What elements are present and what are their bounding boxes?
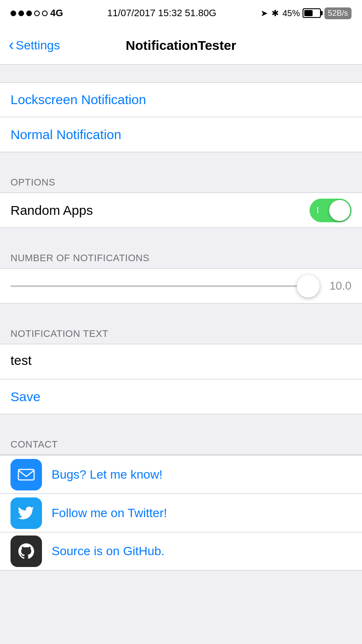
nav-bar: ‹ Settings NotificationTester bbox=[0, 26, 362, 65]
contact-mail-item[interactable]: Bugs? Let me know! bbox=[0, 455, 362, 494]
twitter-icon bbox=[10, 497, 42, 529]
back-label[interactable]: Settings bbox=[16, 38, 60, 52]
github-svg bbox=[17, 542, 36, 561]
slider-row: 10.0 bbox=[0, 269, 362, 304]
toggle-knob bbox=[329, 200, 350, 221]
chevron-left-icon: ‹ bbox=[9, 37, 14, 53]
random-apps-row: Random Apps I bbox=[0, 193, 362, 228]
lockscreen-notification-label: Lockscreen Notification bbox=[10, 92, 146, 107]
svg-rect-0 bbox=[18, 469, 34, 480]
notification-text-header: NOTIFICATION TEXT bbox=[0, 321, 362, 344]
twitter-svg bbox=[17, 504, 36, 523]
notifications-count-header: NUMBER OF NOTIFICATIONS bbox=[0, 245, 362, 269]
signal-dots bbox=[10, 10, 48, 16]
normal-notification-item[interactable]: Normal Notification bbox=[0, 117, 362, 152]
status-right: ➤ ✱ 45% 52B/s bbox=[261, 7, 352, 19]
toggle-track-label: I bbox=[317, 205, 319, 215]
notifications-count-spacer bbox=[0, 228, 362, 245]
dot-2 bbox=[18, 10, 24, 16]
status-bar: 4G 11/07/2017 15:32 51.80G ➤ ✱ 45% 52B/s bbox=[0, 0, 362, 26]
dot-4 bbox=[34, 10, 40, 16]
mail-icon bbox=[10, 459, 42, 490]
github-icon bbox=[10, 536, 42, 567]
notification-text-spacer bbox=[0, 304, 362, 321]
lockscreen-notification-item[interactable]: Lockscreen Notification bbox=[0, 82, 362, 117]
options-section-header: OPTIONS bbox=[0, 170, 362, 193]
contact-mail-label: Bugs? Let me know! bbox=[52, 468, 163, 482]
save-button[interactable]: Save bbox=[10, 389, 40, 404]
dot-3 bbox=[26, 10, 32, 16]
battery-container: 45% bbox=[282, 8, 321, 18]
random-apps-label: Random Apps bbox=[10, 203, 93, 218]
save-cell[interactable]: Save bbox=[0, 379, 362, 414]
slider-thumb[interactable] bbox=[297, 275, 320, 298]
battery-icon bbox=[303, 8, 321, 18]
contact-twitter-item[interactable]: Follow me on Twitter! bbox=[0, 494, 362, 532]
contact-github-item[interactable]: Source is on GitHub. bbox=[0, 532, 362, 570]
contact-section-header: CONTACT bbox=[0, 432, 362, 455]
notification-text-cell[interactable] bbox=[0, 344, 362, 379]
battery-percent: 45% bbox=[282, 8, 300, 18]
page-title: NotificationTester bbox=[126, 38, 237, 53]
network-badge: 52B/s bbox=[324, 7, 352, 19]
notification-text-input[interactable] bbox=[10, 353, 352, 368]
slider-track bbox=[10, 285, 317, 287]
random-apps-toggle[interactable]: I bbox=[310, 199, 352, 222]
battery-fill bbox=[304, 10, 313, 16]
bluetooth-icon: ✱ bbox=[272, 8, 279, 18]
carrier-label: 4G bbox=[50, 7, 63, 19]
options-spacer bbox=[0, 152, 362, 170]
top-spacer bbox=[0, 65, 362, 82]
dot-1 bbox=[10, 10, 16, 16]
location-icon: ➤ bbox=[261, 8, 268, 18]
slider-fill bbox=[10, 285, 280, 287]
contact-github-label: Source is on GitHub. bbox=[52, 544, 164, 558]
status-left: 4G bbox=[10, 7, 63, 19]
dot-5 bbox=[42, 10, 48, 16]
contact-twitter-label: Follow me on Twitter! bbox=[52, 506, 167, 520]
back-button[interactable]: ‹ Settings bbox=[9, 38, 60, 53]
normal-notification-label: Normal Notification bbox=[10, 127, 121, 142]
mail-svg bbox=[17, 465, 36, 484]
status-time: 11/07/2017 15:32 51.80G bbox=[107, 7, 216, 19]
contact-spacer bbox=[0, 414, 362, 432]
slider-value: 10.0 bbox=[324, 279, 352, 293]
